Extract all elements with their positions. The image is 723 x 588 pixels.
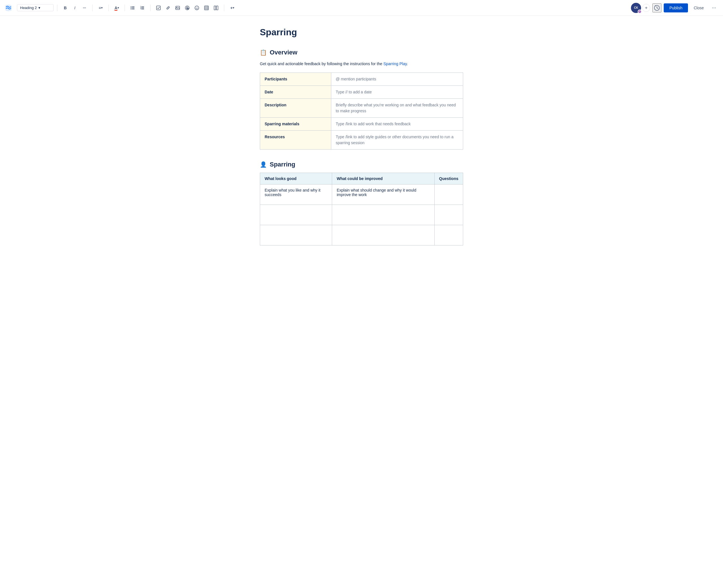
sparring-heading: 👤 Sparring (260, 161, 463, 168)
resources-value[interactable]: Type /link to add style guides or other … (331, 131, 463, 149)
table-button[interactable] (202, 3, 211, 13)
toolbar-right: CK C + Publish Close ··· (631, 3, 719, 13)
overview-section: 📋 Overview Get quick and actionable feed… (260, 49, 463, 149)
text-color-chevron-icon: ▾ (118, 6, 119, 9)
text-format-group: B I ··· (61, 3, 89, 13)
overview-table: Participants @ mention participants Date… (260, 72, 463, 149)
text-color-group: A ▾ (112, 3, 121, 13)
task-button[interactable] (154, 3, 163, 13)
table-row: Explain what you like and why it succeed… (260, 185, 463, 205)
looks-good-row1[interactable]: Explain what you like and why it succeed… (260, 185, 332, 205)
could-improve-row1[interactable]: Explain what should change and why it wo… (332, 185, 434, 205)
align-chevron-icon: ▾ (101, 6, 102, 9)
svg-point-4 (131, 8, 132, 9)
overview-heading: 📋 Overview (260, 49, 463, 56)
date-value[interactable]: Type // to add a date (331, 86, 463, 99)
insert-group (154, 3, 221, 13)
svg-rect-12 (157, 6, 160, 10)
svg-rect-20 (204, 6, 208, 10)
columns-button[interactable] (212, 3, 221, 13)
insert-plus-button[interactable]: + ▾ (228, 3, 237, 13)
questions-row1[interactable] (434, 185, 463, 205)
sparring-table-header-row: What looks good What could be improved Q… (260, 173, 463, 185)
sparring-materials-value[interactable]: Type /link to add work that needs feedba… (331, 118, 463, 131)
overview-intro: Get quick and actionable feedback by fol… (260, 61, 463, 67)
date-label: Date (260, 86, 331, 99)
heading-selector-label: Heading 2 (20, 6, 37, 10)
content-area: Sparring 📋 Overview Get quick and action… (254, 16, 469, 268)
toolbar: Heading 2 ▾ B I ··· ≡ ▾ A ▾ 1.2.3. (0, 0, 723, 16)
sparring-table: What looks good What could be improved Q… (260, 173, 463, 246)
questions-row2[interactable] (434, 205, 463, 225)
versions-button[interactable] (652, 3, 661, 13)
svg-point-18 (196, 7, 197, 7)
user-avatar[interactable]: CK C (631, 3, 641, 13)
heading-selector[interactable]: Heading 2 ▾ (17, 4, 54, 11)
svg-rect-25 (214, 6, 216, 10)
image-button[interactable] (173, 3, 182, 13)
sparring-materials-label: Sparring materials (260, 118, 331, 131)
sparring-play-link[interactable]: Sparring Play (383, 62, 407, 66)
sparring-section: 👤 Sparring What looks good What could be… (260, 161, 463, 246)
table-row (260, 205, 463, 225)
svg-rect-11 (141, 9, 144, 9)
italic-button[interactable]: I (70, 3, 79, 13)
svg-point-2 (131, 7, 132, 8)
svg-point-19 (197, 7, 198, 7)
close-button[interactable]: Close (690, 3, 707, 13)
participants-label: Participants (260, 73, 331, 86)
intro-text-after: . (407, 62, 408, 66)
questions-row3[interactable] (434, 225, 463, 246)
align-group: ≡ ▾ (96, 3, 105, 13)
table-row: Sparring materials Type /link to add wor… (260, 118, 463, 131)
could-improve-row2[interactable] (332, 205, 434, 225)
looks-good-row3[interactable] (260, 225, 332, 246)
text-color-label: A (114, 6, 117, 10)
bullet-list-button[interactable] (128, 3, 137, 13)
add-collaborator-button[interactable]: + (642, 4, 650, 12)
svg-rect-7 (141, 6, 144, 7)
resources-label: Resources (260, 131, 331, 149)
looks-good-row2[interactable] (260, 205, 332, 225)
bold-button[interactable]: B (61, 3, 70, 13)
intro-text-before: Get quick and actionable feedback by fol… (260, 62, 383, 66)
avatar-group: CK C + (631, 3, 650, 13)
description-label: Description (260, 99, 331, 118)
toolbar-divider-3 (108, 4, 109, 11)
more-options-button[interactable]: ··· (709, 3, 719, 13)
sparring-heading-text: Sparring (270, 161, 295, 168)
app-logo[interactable] (4, 4, 13, 12)
svg-rect-26 (216, 6, 218, 10)
numbered-list-button[interactable]: 1.2.3. (138, 3, 147, 13)
align-button[interactable]: ≡ ▾ (96, 3, 105, 13)
emoji-button[interactable] (192, 3, 201, 13)
participants-value[interactable]: @ mention participants (331, 73, 463, 86)
col-could-improve: What could be improved (332, 173, 434, 185)
toolbar-divider-1 (57, 4, 57, 11)
sparring-icon: 👤 (260, 161, 267, 168)
text-color-button[interactable]: A ▾ (112, 3, 121, 13)
toolbar-divider-5 (150, 4, 150, 11)
table-row: Participants @ mention participants (260, 73, 463, 86)
table-row: Resources Type /link to add style guides… (260, 131, 463, 149)
table-row: Description Briefly describe what you're… (260, 99, 463, 118)
link-button[interactable] (163, 3, 173, 13)
overview-heading-text: Overview (270, 49, 297, 56)
insert-plus-icon: + (230, 6, 233, 10)
toolbar-divider-6 (224, 4, 224, 11)
mention-button[interactable] (183, 3, 192, 13)
col-looks-good: What looks good (260, 173, 332, 185)
avatar-initials: CK (634, 6, 638, 9)
more-format-button[interactable]: ··· (80, 3, 89, 13)
svg-rect-9 (141, 7, 144, 8)
align-icon: ≡ (99, 6, 101, 10)
could-improve-row3[interactable] (332, 225, 434, 246)
description-value[interactable]: Briefly describe what you're working on … (331, 99, 463, 118)
list-group: 1.2.3. (128, 3, 147, 13)
page-title[interactable]: Sparring (260, 27, 463, 38)
publish-button[interactable]: Publish (664, 3, 688, 13)
overview-icon: 📋 (260, 49, 267, 56)
svg-rect-3 (132, 7, 135, 8)
heading-selector-chevron: ▾ (38, 6, 40, 10)
svg-rect-5 (132, 9, 135, 9)
